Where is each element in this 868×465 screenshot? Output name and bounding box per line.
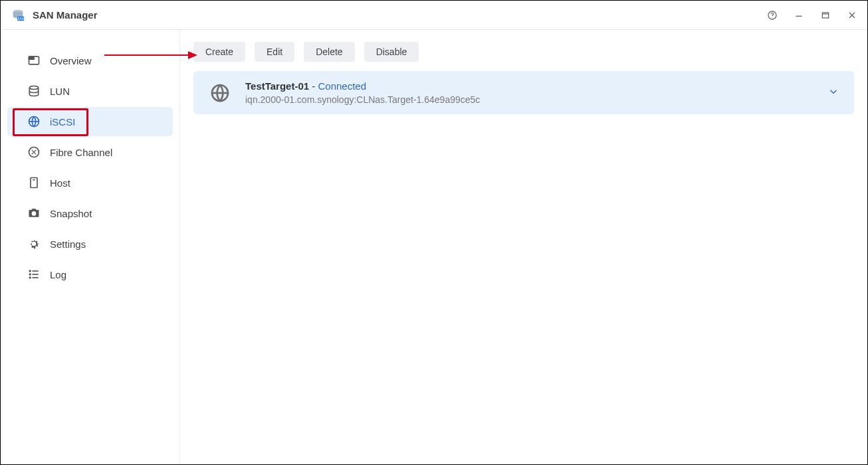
database-icon xyxy=(27,84,41,98)
target-title: TestTarget-01 - Connected xyxy=(245,80,814,92)
camera-icon xyxy=(27,207,41,220)
toolbar: Create Edit Delete Disable xyxy=(193,42,854,62)
sidebar-item-fibre-channel[interactable]: Fibre Channel xyxy=(7,138,173,167)
sidebar-item-label: LUN xyxy=(50,86,70,97)
target-name: TestTarget-01 xyxy=(245,80,309,92)
sidebar-item-log[interactable]: Log xyxy=(7,260,173,289)
close-icon[interactable] xyxy=(846,9,858,21)
svg-point-20 xyxy=(29,270,31,272)
sidebar-item-label: Log xyxy=(50,269,66,280)
sidebar-item-label: iSCSI xyxy=(50,116,75,128)
overview-icon xyxy=(27,54,41,67)
svg-point-21 xyxy=(29,274,31,275)
app-icon: SAN xyxy=(10,7,26,23)
sidebar-item-snapshot[interactable]: Snapshot xyxy=(7,199,173,228)
svg-point-4 xyxy=(772,17,772,17)
svg-point-12 xyxy=(29,86,38,90)
list-icon xyxy=(27,268,41,281)
maximize-icon[interactable] xyxy=(819,9,831,21)
svg-point-22 xyxy=(29,277,31,278)
create-button[interactable]: Create xyxy=(193,42,245,62)
target-status: Connected xyxy=(318,80,366,92)
disable-button[interactable]: Disable xyxy=(364,42,419,62)
sidebar: Overview LUN iSCSI Fibre Channel Host xyxy=(1,30,180,465)
sidebar-item-label: Fibre Channel xyxy=(50,147,112,158)
fibre-icon xyxy=(27,145,41,159)
main-pane: Create Edit Delete Disable TestTarget-01… xyxy=(180,30,867,465)
svg-rect-11 xyxy=(29,56,35,59)
window-controls xyxy=(766,9,858,21)
sidebar-item-lun[interactable]: LUN xyxy=(7,76,173,106)
titlebar: SAN SAN Manager xyxy=(1,1,867,30)
target-iqn: iqn.2000-01.com.synology:CLNas.Target-1.… xyxy=(245,94,814,105)
sidebar-item-label: Settings xyxy=(50,238,86,250)
sidebar-item-label: Host xyxy=(50,177,70,189)
sidebar-item-overview[interactable]: Overview xyxy=(7,46,173,75)
svg-text:SAN: SAN xyxy=(17,17,23,20)
svg-rect-15 xyxy=(31,178,37,188)
globe-icon xyxy=(27,115,41,128)
help-icon[interactable] xyxy=(766,9,778,21)
svg-rect-6 xyxy=(822,13,828,18)
gear-icon xyxy=(27,237,41,250)
sidebar-item-host[interactable]: Host xyxy=(7,168,173,197)
target-row[interactable]: TestTarget-01 - Connected iqn.2000-01.co… xyxy=(193,71,854,114)
delete-button[interactable]: Delete xyxy=(304,42,354,62)
sidebar-item-settings[interactable]: Settings xyxy=(7,229,173,258)
app-title: SAN Manager xyxy=(33,9,98,21)
host-icon xyxy=(27,176,41,189)
sidebar-item-label: Snapshot xyxy=(50,208,92,219)
chevron-down-icon[interactable] xyxy=(827,86,839,100)
target-sep: - xyxy=(309,80,318,92)
sidebar-item-iscsi[interactable]: iSCSI xyxy=(7,107,173,136)
globe-icon xyxy=(208,81,232,105)
sidebar-item-label: Overview xyxy=(50,55,92,66)
target-text: TestTarget-01 - Connected iqn.2000-01.co… xyxy=(245,80,814,105)
edit-button[interactable]: Edit xyxy=(255,42,294,62)
minimize-icon[interactable] xyxy=(793,9,805,21)
